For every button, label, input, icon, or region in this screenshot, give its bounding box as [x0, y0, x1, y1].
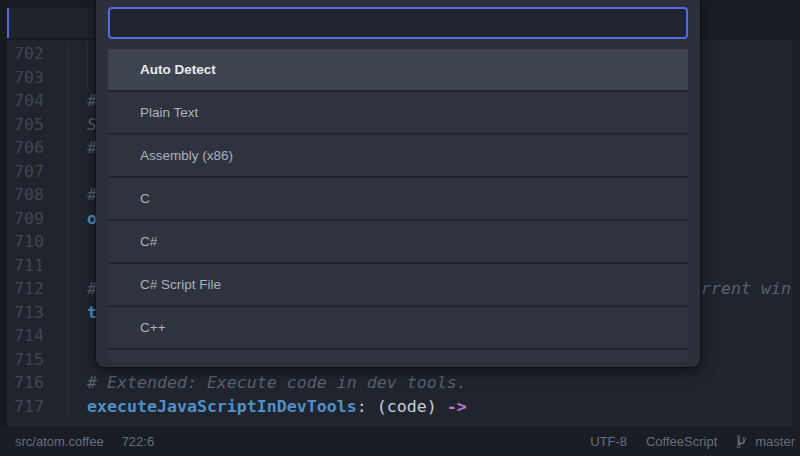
file-path: src/atom.coffee: [15, 434, 104, 449]
code-segment: :: [357, 397, 377, 416]
git-branch-icon: [736, 434, 747, 449]
code-line-716[interactable]: # Extended: Execute code in dev tools.: [87, 371, 467, 395]
grammar-selector-modal: Auto DetectPlain TextAssembly (x86)CC#C#…: [96, 0, 700, 367]
grammar-item-label: C#: [140, 234, 157, 249]
encoding-indicator[interactable]: UTF-8: [590, 434, 627, 449]
grammar-item-label: C# Script File: [140, 277, 221, 292]
grammar-item-assembly-x86-[interactable]: Assembly (x86): [108, 135, 688, 176]
scrollbar-track[interactable]: [792, 40, 800, 427]
grammar-item-auto-detect[interactable]: Auto Detect: [108, 49, 688, 90]
grammar-item-c-[interactable]: C#: [108, 221, 688, 262]
code-line-717[interactable]: executeJavaScriptInDevTools: (code) ->: [87, 395, 467, 419]
cursor-position[interactable]: 722:6: [122, 434, 155, 449]
background-mini-input: [7, 8, 96, 38]
grammar-item-label: C++: [140, 320, 166, 335]
code-segment: (code): [377, 397, 447, 416]
grammar-item-partial[interactable]: [108, 350, 688, 361]
git-branch-status: master: [736, 434, 795, 449]
grammar-item-c-[interactable]: C++: [108, 307, 688, 348]
code-segment: ->: [447, 397, 467, 416]
grammar-list: Auto DetectPlain TextAssembly (x86)CC#C#…: [108, 49, 688, 361]
window-left-edge: [0, 0, 7, 427]
code-segment: # Extended: Execute code in dev tools.: [87, 373, 467, 392]
grammar-item-plain-text[interactable]: Plain Text: [108, 92, 688, 133]
grammar-item-label: C: [140, 191, 150, 206]
branch-name: master: [755, 434, 795, 449]
grammar-indicator[interactable]: CoffeeScript: [646, 434, 717, 449]
code-segment: executeJavaScriptInDevTools: [87, 397, 357, 416]
grammar-item-label: Auto Detect: [140, 62, 216, 77]
grammar-item-c-script-file[interactable]: C# Script File: [108, 264, 688, 305]
grammar-search-input[interactable]: [108, 7, 688, 39]
grammar-item-c[interactable]: C: [108, 178, 688, 219]
code-overflow-fragment: rrent window.: [701, 277, 800, 301]
grammar-item-label: Assembly (x86): [140, 148, 233, 163]
grammar-item-label: Plain Text: [140, 105, 198, 120]
status-bar: src/atom.coffee 722:6 UTF-8 CoffeeScript…: [0, 427, 800, 456]
